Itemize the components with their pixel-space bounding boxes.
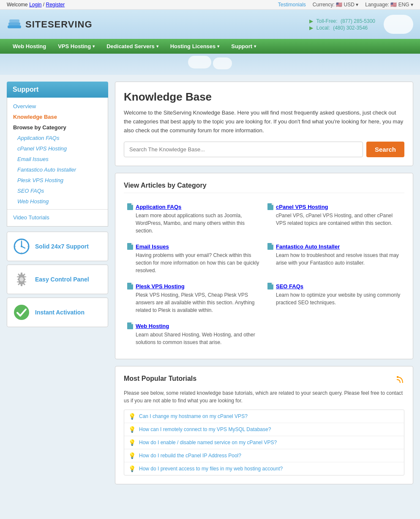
language-selector[interactable]: Language: 🇺🇸 ENG ▾ xyxy=(365,2,413,8)
article-title-3[interactable]: Fantastico Auto Installer xyxy=(267,243,401,250)
nav-vps-hosting[interactable]: VPS Hosting ▾ xyxy=(52,39,101,54)
search-button[interactable]: Search xyxy=(366,142,404,157)
sidebar-item-plesk-vps[interactable]: Plesk VPS Hosting xyxy=(7,175,108,186)
article-link-2[interactable]: Email Issues xyxy=(136,243,169,250)
bulb-icon-1: 💡 xyxy=(128,426,136,433)
tollfree-number: (877) 285-5300 xyxy=(341,18,375,24)
logo: SITESERVING xyxy=(7,17,93,32)
tutorial-link-4[interactable]: How do I prevent access to my files in m… xyxy=(139,466,283,472)
contact-info: ▶ Toll-Free: (877) 285-5300 ▶ Local: (48… xyxy=(309,17,377,32)
article-link-3[interactable]: Fantastico Auto Installer xyxy=(276,243,340,250)
local-number: (480) 302-3546 xyxy=(333,25,368,31)
nav-dedicated-servers[interactable]: Dedicated Servers ▾ xyxy=(101,39,164,54)
tutorials-section-title: Most Popular Tutorials xyxy=(124,375,196,386)
tutorial-item-1: 💡 How can I remotely connect to my VPS M… xyxy=(124,423,404,436)
cloud-decoration xyxy=(384,15,413,34)
dedicated-arrow: ▾ xyxy=(156,44,158,49)
svg-point-12 xyxy=(19,277,24,281)
doc-icon-6 xyxy=(127,322,133,329)
header-right: ▶ Toll-Free: (877) 285-5300 ▶ Local: (48… xyxy=(309,15,413,34)
cloud1 xyxy=(188,56,211,68)
svg-rect-1 xyxy=(8,22,20,25)
article-link-4[interactable]: Plesk VPS Hosting xyxy=(136,283,185,290)
article-title-1[interactable]: cPanel VPS Hosting xyxy=(267,203,401,210)
sidebar-menu: Overview Knowledge Base Browse by Catego… xyxy=(7,98,108,227)
tutorials-section: Most Popular Tutorials Please see below,… xyxy=(115,366,413,484)
tutorial-link-3[interactable]: How do I rebuild the cPanel IP Address P… xyxy=(139,453,241,459)
support-arrow: ▾ xyxy=(254,44,256,49)
article-desc-3: Learn how to troubleshoot and resolve is… xyxy=(267,251,401,267)
articles-section: View Articles by Category Application FA… xyxy=(115,173,413,359)
register-link[interactable]: Register xyxy=(46,2,65,8)
sidebar-item-fantastico[interactable]: Fantastico Auto Installer xyxy=(7,164,108,175)
sidebar-item-seo-faqs[interactable]: SEO FAQs xyxy=(7,186,108,196)
gear-icon xyxy=(12,270,31,289)
tutorials-header: Most Popular Tutorials xyxy=(124,375,404,386)
testimonials-link[interactable]: Testimonials xyxy=(278,2,306,8)
licenses-arrow: ▾ xyxy=(217,44,219,49)
article-title-6[interactable]: Web Hosting xyxy=(127,322,261,329)
article-link-1[interactable]: cPanel VPS Hosting xyxy=(276,204,328,210)
bulb-icon-3: 💡 xyxy=(128,452,136,459)
feature-cpanel-label: Easy Control Panel xyxy=(35,276,89,283)
article-title-2[interactable]: Email Issues xyxy=(127,243,261,250)
sidebar-item-knowledge-base[interactable]: Knowledge Base xyxy=(7,112,108,122)
article-item-4: Plesk VPS Hosting Plesk VPS Hosting, Ple… xyxy=(124,279,264,318)
feature-support-label: Solid 24x7 Support xyxy=(35,243,89,250)
article-item-2: Email Issues Having problems with your e… xyxy=(124,239,264,279)
tutorials-intro: Please see below, some related knowledge… xyxy=(124,389,404,404)
currency-selector[interactable]: Currency: 🇺🇸 USD ▾ xyxy=(313,2,358,8)
sidebar-item-overview[interactable]: Overview xyxy=(7,101,108,112)
article-link-6[interactable]: Web Hosting xyxy=(136,323,169,329)
logo-icon xyxy=(7,17,22,32)
header: SITESERVING ▶ Toll-Free: (877) 285-5300 … xyxy=(0,10,420,39)
nav-support[interactable]: Support ▾ xyxy=(225,39,262,54)
tollfree-label: Toll-Free: xyxy=(316,18,338,24)
article-desc-1: cPanel VPS, cPanel VPS Hosting, and othe… xyxy=(267,212,401,227)
article-title-5[interactable]: SEO FAQs xyxy=(267,283,401,290)
article-link-0[interactable]: Application FAQs xyxy=(136,204,181,210)
arrow-icon: ▶ xyxy=(309,18,313,24)
article-item-5: SEO FAQs Learn how to optimize your webs… xyxy=(264,279,404,318)
tutorial-item-0: 💡 Can I change my hostname on my cPanel … xyxy=(124,410,404,423)
sidebar-item-application-faqs[interactable]: Application FAQs xyxy=(7,133,108,143)
sidebar-item-email-issues[interactable]: Email Issues xyxy=(7,154,108,164)
nav-hosting-licenses[interactable]: Hosting Licenses ▾ xyxy=(164,39,226,54)
article-desc-2: Having problems with your email? Check w… xyxy=(127,251,261,274)
svg-line-6 xyxy=(22,246,25,248)
svg-rect-2 xyxy=(9,19,19,22)
bulb-icon-4: 💡 xyxy=(128,465,136,472)
login-link[interactable]: Login xyxy=(29,2,41,8)
article-title-4[interactable]: Plesk VPS Hosting xyxy=(127,283,261,290)
sidebar-divider xyxy=(7,209,108,210)
tutorial-link-2[interactable]: How do I enable / disable named service … xyxy=(139,440,277,445)
main-content: Support Overview Knowledge Base Browse b… xyxy=(0,75,420,498)
language-flag: 🇺🇸 xyxy=(390,2,397,8)
doc-icon-4 xyxy=(127,283,133,290)
tutorial-list: 💡 Can I change my hostname on my cPanel … xyxy=(124,410,404,475)
article-item-3: Fantastico Auto Installer Learn how to t… xyxy=(264,239,404,279)
article-desc-6: Learn about Shared Hosting, Web Hosting,… xyxy=(127,331,261,346)
tollfree-line: ▶ Toll-Free: (877) 285-5300 xyxy=(309,18,377,24)
search-bar: Search xyxy=(124,142,404,157)
article-title-0[interactable]: Application FAQs xyxy=(127,203,261,210)
sidebar-support-header: Support xyxy=(7,82,108,98)
article-desc-4: Plesk VPS Hosting, Plesk VPS, Cheap Ples… xyxy=(127,291,261,314)
language-value: ENG xyxy=(398,2,409,8)
feature-activation-label: Instant Activation xyxy=(35,309,85,316)
intro-text: Welcome to the SiteServing Knowledge Bas… xyxy=(124,109,404,135)
tutorial-link-1[interactable]: How can I remotely connect to my VPS MyS… xyxy=(139,426,271,432)
svg-rect-0 xyxy=(8,25,21,28)
clock-icon xyxy=(12,237,31,256)
tutorial-link-0[interactable]: Can I change my hostname on my cPanel VP… xyxy=(139,413,248,419)
sidebar-item-cpanel-vps[interactable]: cPanel VPS Hosting xyxy=(7,143,108,154)
nav-web-hosting[interactable]: Web Hosting xyxy=(7,39,52,54)
sidebar-item-video-tutorials[interactable]: Video Tutorials xyxy=(7,212,108,223)
doc-icon-5 xyxy=(267,283,273,290)
sidebar: Support Overview Knowledge Base Browse b… xyxy=(7,82,108,491)
search-input[interactable] xyxy=(124,142,363,157)
articles-section-title: View Articles by Category xyxy=(124,182,404,193)
article-link-5[interactable]: SEO FAQs xyxy=(276,283,303,290)
rss-icon xyxy=(396,375,404,386)
sidebar-item-web-hosting[interactable]: Web Hosting xyxy=(7,196,108,207)
